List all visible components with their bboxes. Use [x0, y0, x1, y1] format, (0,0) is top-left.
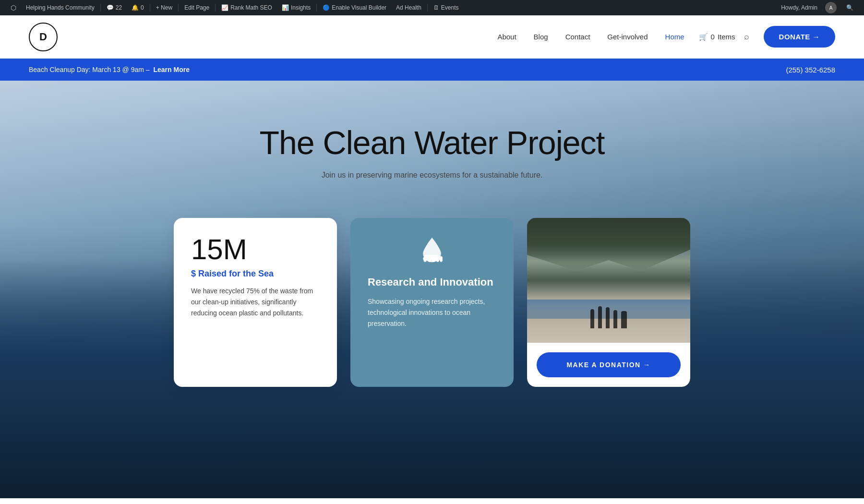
photo-card-bottom: MAKE A DONATION → — [527, 343, 690, 387]
photo-card: MAKE A DONATION → — [527, 218, 690, 387]
water-icon-wrap — [368, 235, 496, 264]
logo[interactable]: D — [29, 23, 58, 51]
admin-ad-health[interactable]: Ad Health — [391, 0, 426, 15]
announcement-text: Beach Cleanup Day: March 13 @ 9am – Lear… — [29, 66, 190, 73]
hero-title: The Clean Water Project — [260, 124, 605, 161]
card-stat-label: $ Raised for the Sea — [191, 269, 320, 279]
nav-get-involved[interactable]: Get-involved — [607, 33, 648, 41]
announcement-link[interactable]: Learn More — [153, 66, 189, 73]
admin-search[interactable]: 🔍 — [841, 0, 858, 15]
admin-site-name[interactable]: Helping Hands Community — [21, 0, 99, 15]
cart-items-label: Items — [718, 33, 735, 41]
card-stat-number: 15M — [191, 235, 320, 264]
logo-circle: D — [29, 23, 58, 51]
stat-card: 15M $ Raised for the Sea We have recycle… — [174, 218, 337, 387]
site-nav: D About Blog Contact Get-involved Home 🛒… — [0, 15, 864, 59]
cart-count: 0 — [711, 33, 715, 41]
admin-edit-page[interactable]: Edit Page — [180, 0, 214, 15]
nav-cart[interactable]: 🛒 0 Items — [699, 33, 735, 41]
svg-rect-3 — [428, 255, 431, 262]
donate-button[interactable]: DONATE → — [764, 26, 835, 48]
hero-content: The Clean Water Project Join us in prese… — [0, 81, 864, 387]
water-drop-icon — [420, 235, 444, 264]
admin-comments[interactable]: 💬 22 — [102, 0, 127, 15]
hero-section: The Clean Water Project Join us in prese… — [0, 81, 864, 498]
svg-rect-4 — [432, 255, 435, 262]
people-silhouette — [527, 300, 690, 328]
admin-new[interactable]: + New — [151, 0, 177, 15]
cart-icon: 🛒 — [699, 33, 708, 41]
admin-events[interactable]: 🗓 Events — [429, 0, 464, 15]
blue-card: Research and Innovation Showcasing ongoi… — [350, 218, 514, 387]
svg-rect-5 — [436, 255, 439, 262]
admin-howdy: Howdy, Admin — [781, 4, 817, 11]
admin-wp-logo[interactable]: ⬡ — [6, 0, 21, 15]
cards-row: 15M $ Raised for the Sea We have recycle… — [0, 218, 864, 387]
admin-avatar[interactable]: A — [825, 2, 837, 13]
blue-card-desc: Showcasing ongoing research projects, te… — [368, 296, 496, 329]
nav-blog[interactable]: Blog — [534, 33, 548, 41]
announcement-bar: Beach Cleanup Day: March 13 @ 9am – Lear… — [0, 59, 864, 81]
phone-number: (255) 352-6258 — [786, 66, 835, 74]
svg-rect-2 — [424, 256, 427, 262]
admin-insights[interactable]: 📊 Insights — [277, 0, 315, 15]
coastal-photo — [527, 218, 690, 343]
blue-card-title: Research and Innovation — [368, 276, 496, 289]
card-stat-desc: We have recycled 75% of the waste from o… — [191, 286, 320, 319]
svg-rect-6 — [440, 256, 443, 262]
admin-bar: ⬡ Helping Hands Community 💬 22 🔔 0 + New… — [0, 0, 864, 15]
nav-home[interactable]: Home — [665, 33, 684, 41]
admin-rank-math[interactable]: 📈 Rank Math SEO — [216, 0, 277, 15]
make-donation-button[interactable]: MAKE A DONATION → — [537, 352, 681, 377]
nav-search-icon[interactable]: ⌕ — [744, 32, 749, 42]
hero-subtitle: Join us in preserving marine ecosystems … — [322, 171, 543, 180]
admin-visual-builder[interactable]: 🔵 Enable Visual Builder — [318, 0, 391, 15]
nav-about[interactable]: About — [497, 33, 516, 41]
nav-links: About Blog Contact Get-involved Home — [497, 33, 684, 41]
admin-pending[interactable]: 🔔 0 — [127, 0, 149, 15]
nav-contact[interactable]: Contact — [565, 33, 590, 41]
